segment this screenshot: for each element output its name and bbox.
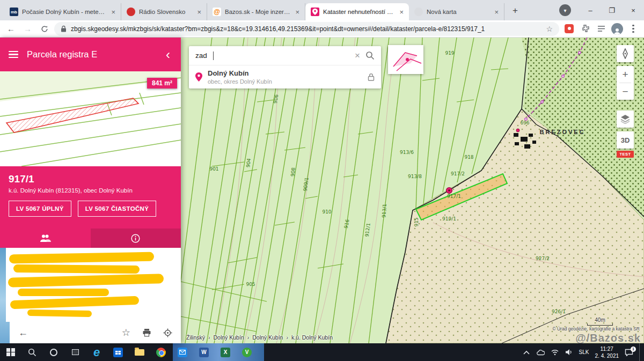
tab-title: Počasie Dolný Kubín - meteoblue xyxy=(22,9,106,15)
wifi-icon[interactable] xyxy=(551,349,559,356)
parcel-label: 915 xyxy=(414,217,419,226)
browser-menu-button[interactable] xyxy=(627,23,640,35)
browser-tab-bazos[interactable]: @ Bazos.sk - Moje inzeráty × xyxy=(207,3,305,20)
parcel-label: 927/2 xyxy=(536,256,550,261)
tab-close-icon[interactable]: × xyxy=(493,8,500,16)
tab-close-icon[interactable]: × xyxy=(294,8,301,16)
browser-tab-radio[interactable]: Rádio Slovensko × xyxy=(121,3,207,20)
place-label: BREZOVEC xyxy=(539,129,585,135)
back-button[interactable]: ← xyxy=(4,22,18,35)
clear-search-icon[interactable]: × xyxy=(355,50,360,61)
breadcrumb-municipality[interactable]: Dolný Kubín xyxy=(252,334,283,341)
redaction-marker xyxy=(13,264,140,274)
lock-icon xyxy=(61,25,67,32)
search-input-value[interactable]: zad xyxy=(195,51,207,60)
tab-search-button[interactable]: ▾ xyxy=(559,4,571,16)
new-tab-button[interactable]: + xyxy=(508,3,523,18)
favorite-star-button[interactable]: ☆ xyxy=(122,327,130,338)
task-view-icon xyxy=(72,349,79,355)
breadcrumb-region[interactable]: Žilinský xyxy=(186,334,205,341)
zoom-control: + − xyxy=(617,66,634,100)
store-icon xyxy=(113,348,123,357)
browser-tab-kataster-active[interactable]: Kataster nehnuteľností | ZBGIS × xyxy=(305,3,409,20)
task-view-button[interactable] xyxy=(64,343,86,361)
window-maximize-button[interactable]: ❐ xyxy=(601,0,623,20)
address-bar[interactable]: zbgis.skgeodesy.sk/mkzbgis/sk/kataster?b… xyxy=(54,22,559,36)
taskbar-search-button[interactable] xyxy=(21,343,43,361)
action-center-button[interactable]: 1 xyxy=(625,349,633,356)
extensions-puzzle-icon[interactable] xyxy=(579,23,591,35)
panel-bottom-toolbar: ← ☆ xyxy=(10,322,181,343)
chrome-taskbar-button[interactable] xyxy=(150,343,172,361)
clock[interactable]: 11:27 2. 4. 2021 xyxy=(595,345,619,359)
locator-mini-map[interactable] xyxy=(388,45,423,74)
mail-taskbar-button[interactable] xyxy=(172,343,193,361)
tab-title: Rádio Slovensko xyxy=(139,9,192,15)
tray-time: 11:27 xyxy=(601,346,613,352)
tab-close-icon[interactable]: × xyxy=(398,8,405,16)
tab-close-icon[interactable]: × xyxy=(196,8,202,16)
collapse-panel-icon[interactable]: ‹ xyxy=(164,48,172,61)
extension-red-icon[interactable] xyxy=(562,23,575,35)
page-content: Parcela registra E ‹ xyxy=(0,38,644,343)
browser-tab-weather[interactable]: mb Počasie Dolný Kubín - meteoblue × xyxy=(4,3,121,20)
onedrive-cloud-icon[interactable] xyxy=(536,349,545,356)
compass-button[interactable] xyxy=(617,45,634,62)
parcel-label: 908 xyxy=(290,167,296,177)
word-taskbar-button[interactable]: W xyxy=(193,343,215,361)
breadcrumb-district[interactable]: Dolný Kubín xyxy=(214,334,244,341)
show-desktop-button[interactable] xyxy=(639,343,641,361)
edge-taskbar-button[interactable]: e xyxy=(86,343,107,361)
redaction-marker xyxy=(8,274,164,288)
menu-icon[interactable] xyxy=(9,51,18,58)
window-minimize-button[interactable]: – xyxy=(580,0,601,20)
search-input-row[interactable]: zad × xyxy=(189,46,381,65)
lv-partial-button[interactable]: LV 5067 ČIASTOČNÝ xyxy=(78,201,156,217)
lv-buttons-row: LV 5067 ÚPLNÝ LV 5067 ČIASTOČNÝ xyxy=(9,201,172,217)
bookmark-star-icon[interactable]: ☆ xyxy=(546,25,553,33)
panel-back-button[interactable]: ← xyxy=(18,327,28,338)
zoom-out-button[interactable]: − xyxy=(617,83,634,100)
start-button[interactable] xyxy=(0,343,21,361)
window-close-button[interactable]: × xyxy=(623,0,644,20)
browser-tab-new[interactable]: Nová karta × xyxy=(409,3,504,20)
cadastral-map[interactable]: 919913/4921/3906901904908909/19059109169… xyxy=(181,38,644,343)
locate-parcel-button[interactable] xyxy=(163,328,172,337)
map-scale: 40m xyxy=(587,317,613,326)
reading-list-icon[interactable] xyxy=(595,23,608,35)
lv-full-button[interactable]: LV 5067 ÚPLNÝ xyxy=(9,201,71,217)
green-app-icon: V xyxy=(242,348,252,357)
parcel-preview-map[interactable]: 841 m² xyxy=(0,71,181,166)
reload-button[interactable] xyxy=(38,22,51,35)
tab-title: Bazos.sk - Moje inzeráty xyxy=(225,9,290,15)
parcel-area-badge: 841 m² xyxy=(147,78,177,89)
search-icon[interactable] xyxy=(365,51,375,60)
file-explorer-button[interactable] xyxy=(129,343,150,361)
mini-map-graphic xyxy=(389,46,422,73)
redaction-marker xyxy=(18,289,109,296)
mode-3d-button[interactable]: 3D xyxy=(617,131,634,149)
tab-close-icon[interactable]: × xyxy=(110,8,116,16)
print-button[interactable] xyxy=(142,328,151,337)
excel-taskbar-button[interactable]: X xyxy=(215,343,236,361)
detail-tabs-row xyxy=(0,229,181,248)
owners-tab[interactable] xyxy=(0,229,91,248)
window-controls: ▾ – ❐ × xyxy=(559,0,644,20)
info-tab[interactable] xyxy=(91,229,181,248)
volume-icon[interactable] xyxy=(565,349,573,356)
scale-label: 40m xyxy=(587,317,613,323)
compass-icon xyxy=(620,48,630,59)
forward-button[interactable]: → xyxy=(21,22,34,35)
map-controls: + − 3D TEST xyxy=(616,45,634,158)
tray-expand-icon[interactable] xyxy=(523,350,530,355)
zoom-in-button[interactable]: + xyxy=(617,66,634,83)
store-taskbar-button[interactable] xyxy=(107,343,129,361)
layers-button[interactable] xyxy=(617,110,634,128)
profile-avatar[interactable] xyxy=(611,23,624,35)
language-indicator[interactable]: SLK xyxy=(579,349,589,355)
scale-bar xyxy=(587,323,613,326)
search-result-item[interactable]: Dolný Kubín obec, okres Dolný Kubín xyxy=(189,65,381,89)
breadcrumb-cadastral-unit[interactable]: k.ú. Dolný Kubín xyxy=(291,334,333,341)
cortana-button[interactable] xyxy=(43,343,64,361)
green-app-taskbar-button[interactable]: V xyxy=(236,343,258,361)
